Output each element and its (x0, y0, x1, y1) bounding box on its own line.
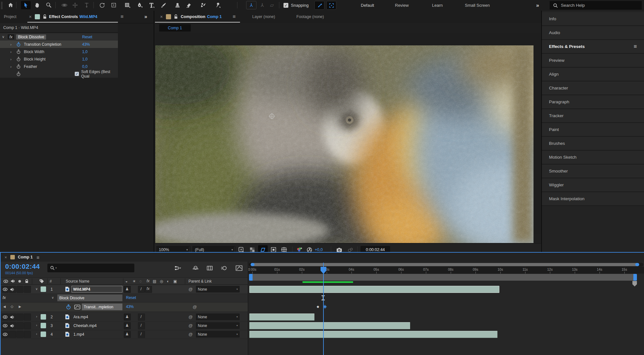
stopwatch-icon[interactable] (16, 57, 21, 62)
pen-tool[interactable] (135, 1, 144, 9)
stopwatch-icon-active[interactable] (16, 42, 21, 47)
layer-name-selected[interactable]: Wild.MP4 (72, 286, 122, 293)
solo-toggle[interactable] (16, 331, 24, 338)
shy-switch-icon[interactable]: ♟ (125, 287, 129, 291)
effect-reset-link[interactable]: Reset (126, 295, 136, 300)
dolly-camera-tool[interactable] (82, 1, 91, 9)
property-row-soft-edges[interactable]: ✓ Soft Edges (Best Qual (0, 70, 118, 78)
align-secondary-button[interactable]: ⅄ (258, 1, 267, 9)
next-keyframe-icon[interactable]: ▶ (19, 305, 21, 308)
expand-chevron-icon[interactable]: › (36, 332, 37, 336)
keyframe-icon[interactable]: ◆ (317, 305, 319, 308)
panel-tab-motion-sketch[interactable]: Motion Sketch (542, 151, 644, 164)
type-tool[interactable] (147, 1, 156, 9)
comp-label-color-swatch[interactable] (166, 14, 171, 19)
align-to-pixel-button[interactable]: ⅄ (246, 1, 256, 9)
parent-dropdown[interactable]: None ▾ (196, 322, 240, 329)
snap-options-button[interactable] (314, 1, 324, 10)
tab-layer-none[interactable]: Layer (none) (252, 11, 275, 23)
expand-chevron-icon[interactable]: › (10, 65, 12, 69)
tab-composition[interactable]: Composition Comp 1 (181, 11, 222, 23)
tab-close-icon[interactable]: × (160, 11, 163, 23)
speaker-icon[interactable] (10, 315, 14, 319)
property-value[interactable]: 43% (126, 304, 134, 309)
frame-blending-button[interactable] (206, 264, 214, 272)
panel-tab-character[interactable]: Character (542, 81, 644, 95)
quality-switch-icon[interactable]: / (140, 314, 142, 319)
shy-layers-button[interactable] (191, 264, 200, 272)
layer-row-3[interactable]: › 3 Cheetah.mp4 ♟ / @ None ▾ (1, 322, 248, 330)
scrollbar-cap-left[interactable] (251, 263, 255, 266)
comp-viewer-chip[interactable]: Comp 1 (159, 24, 191, 32)
search-dropdown-chevron[interactable]: ▾ (55, 266, 57, 269)
graph-toggle-icon[interactable] (74, 304, 81, 310)
effect-row-block-dissolve[interactable]: fx ∨ Block Dissolve Reset (1, 294, 248, 303)
playhead-line[interactable] (323, 263, 324, 355)
roto-brush-tool[interactable] (198, 1, 208, 9)
panel-tab-mask-interpolation[interactable]: Mask Interpolation (542, 192, 644, 206)
layer-name-label[interactable]: Cheetah.mp4 (73, 323, 97, 328)
tab-project[interactable]: Project (4, 11, 16, 23)
layer-label-color[interactable] (41, 332, 46, 337)
solo-toggle[interactable] (16, 322, 24, 329)
panel-tab-tracker[interactable]: Tracker (542, 109, 644, 123)
quality-switch-icon[interactable]: / (140, 332, 142, 336)
lock-toggle[interactable] (24, 286, 31, 293)
layer-row-2[interactable]: › 2 Ara.mp4 ♟ / @ None ▾ (1, 313, 248, 322)
snap-bounds-button[interactable] (326, 1, 336, 10)
stopwatch-icon[interactable] (16, 71, 21, 77)
orbit-camera-tool[interactable] (60, 1, 69, 9)
workspace-tab-review[interactable]: Review (395, 0, 409, 11)
work-area-bar[interactable] (249, 274, 637, 281)
property-name-chip[interactable]: Transit...mpletion (82, 304, 122, 310)
timeline-tab-label[interactable]: Comp 1 (18, 255, 33, 259)
panel-tab-paragraph[interactable]: Paragraph (542, 95, 644, 109)
zoom-handle-marker[interactable] (632, 281, 637, 286)
search-help-box[interactable]: Search Help (550, 1, 642, 10)
lock-toggle[interactable] (24, 331, 31, 338)
layer-label-color[interactable] (41, 286, 46, 292)
collapse-chevron-icon[interactable]: ∨ (2, 35, 5, 39)
pan-behind-anchor-tool[interactable] (109, 1, 119, 9)
panel-tab-info[interactable]: Info (542, 12, 644, 26)
add-keyframe-icon[interactable]: ◇ (11, 304, 13, 309)
quality-switch-icon[interactable]: / (140, 323, 142, 328)
panel-tab-paint[interactable]: Paint (542, 123, 644, 137)
scrollbar-cap-right[interactable] (635, 263, 639, 266)
parent-link-column-header[interactable]: Parent & Link (188, 279, 212, 284)
eye-icon[interactable] (3, 287, 8, 291)
eye-icon[interactable] (3, 315, 8, 319)
brush-tool[interactable] (159, 1, 168, 9)
clone-stamp-tool[interactable] (173, 1, 182, 9)
layer-bar-wild[interactable] (249, 286, 499, 293)
prev-keyframe-icon[interactable]: ◀ (3, 305, 6, 308)
expand-chevron-icon[interactable]: ∨ (35, 287, 38, 291)
layer-label-color[interactable] (41, 323, 46, 328)
fx-badge-icon[interactable]: fx (7, 34, 15, 40)
tab-close-icon[interactable]: × (5, 255, 7, 260)
stopwatch-icon-active[interactable] (66, 304, 71, 310)
solo-toggle[interactable] (16, 286, 24, 293)
pickwhip-icon[interactable]: @ (188, 332, 193, 337)
current-timecode[interactable]: 0:00:02:44 (5, 263, 40, 270)
layer-name-label[interactable]: Ara.mp4 (73, 315, 88, 319)
effect-header-row[interactable]: ∨ fx Block Dissolve Reset (0, 33, 118, 41)
solo-toggle[interactable] (16, 313, 24, 321)
selection-tool[interactable] (21, 1, 31, 9)
tab-close-icon[interactable]: × (29, 11, 32, 23)
panel-tab-smoother[interactable]: Smoother (542, 164, 644, 178)
stopwatch-icon[interactable] (16, 64, 21, 69)
layer-row-4[interactable]: › 4 1.mp4 ♟ / @ None ▾ (1, 330, 248, 339)
speaker-icon[interactable] (10, 287, 14, 292)
unlock-icon[interactable] (174, 14, 178, 19)
effect-name-chip[interactable]: Block Dissolve (57, 294, 122, 301)
align-shape-button[interactable]: ▱ (267, 1, 276, 9)
expand-chevron-icon[interactable]: › (10, 50, 12, 54)
eye-icon[interactable] (3, 332, 8, 336)
eye-icon[interactable] (3, 324, 8, 328)
panel-tab-brushes[interactable]: Brushes (542, 137, 644, 151)
layer-bar-cheetah[interactable] (249, 322, 410, 329)
effect-name[interactable]: Block Dissolve (16, 34, 46, 40)
snapping-checkbox[interactable]: ✓ (284, 3, 288, 8)
pickwhip-icon[interactable]: @ (193, 304, 197, 309)
